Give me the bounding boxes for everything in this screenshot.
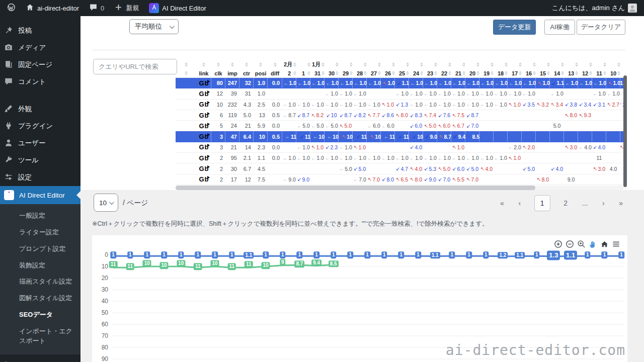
date-column-header[interactable]: 11 [592,69,606,77]
ai-run-button[interactable]: AI稼働 [544,20,575,35]
month-header-cell[interactable] [325,60,339,69]
date-column-header[interactable]: 18 [494,69,508,77]
month-header-cell[interactable] [437,60,451,69]
month-header-cell[interactable] [536,60,550,69]
search-input[interactable] [93,59,177,74]
month-header-cell[interactable]: 1月 [310,60,325,69]
table-row[interactable]: Gb102324.32.50.0←1.0←1.0←1.0←1.0←1.0←1.0… [176,100,624,110]
sidebar-item-2[interactable]: 固定ページ [0,56,80,73]
page-button-2[interactable]: 2 [562,199,569,207]
table-row[interactable]: Gb1239311.0←1.0←1.0←1.0←1.0←1.0←1.0←1.0←… [176,88,624,99]
date-column-header[interactable]: 30 [325,69,339,77]
sidebar-item-3[interactable]: コメント [0,73,80,90]
date-column-header[interactable]: 22 [437,69,451,77]
chart-home-icon[interactable] [600,240,609,248]
admin-bar-account[interactable]: こんにちは、admin さん [552,4,637,13]
table-row[interactable]: Gb321142.30.0←1.0↖1.0↙2.3←1.0↖1.0↙4.0↖1.… [176,142,624,153]
month-header-cell[interactable] [395,60,409,69]
date-column-header[interactable]: 14 [550,69,564,77]
submenu-item-5[interactable]: 図解スタイル設定 [0,290,80,307]
date-column-header[interactable]: 20 [465,69,479,77]
sidebar-item-5[interactable]: プラグイン [0,118,80,135]
sidebar-item-0[interactable]: 投稿 [0,22,80,39]
month-header-cell[interactable] [479,60,494,69]
column-sort-diff[interactable] [268,60,282,69]
wordpress-logo-icon[interactable] [7,3,16,13]
month-header-cell[interactable] [381,60,395,69]
data-clear-button[interactable]: データクリア [577,20,625,35]
column-header-imp[interactable]: imp [225,69,239,77]
row-sort-header[interactable] [176,69,196,77]
month-header-cell[interactable] [592,60,606,69]
page-button-«[interactable]: « [499,199,505,207]
admin-bar-app-menu[interactable]: AI Direct Editor [149,3,206,13]
month-header-cell[interactable] [367,60,381,69]
submenu-item-7[interactable]: インポート・エクスポート [0,323,80,349]
chart-magnifier-icon[interactable] [577,240,586,248]
month-header-cell[interactable] [508,60,522,69]
row-sort-header[interactable] [176,60,196,69]
date-column-header[interactable]: 19 [479,69,494,77]
date-column-header[interactable]: 26 [381,69,395,77]
table-row[interactable]: Gb2952.11.10.0←1.0←1.0←1.0←1.0←1.0←1.0←1… [176,153,624,163]
submenu-item-6[interactable]: SEOデータ [0,307,80,323]
month-header-cell[interactable] [465,60,479,69]
column-sort-imp[interactable] [225,60,239,69]
link-cell[interactable]: Gb [196,112,211,119]
sidebar-item-6[interactable]: ユーザー [0,135,80,152]
column-header-ctr[interactable]: ctr [239,69,254,77]
chart-zoom-in-icon[interactable] [554,240,562,248]
date-column-header[interactable]: 13 [564,69,578,77]
month-header-cell[interactable] [578,60,592,69]
submenu-item-1[interactable]: ライター設定 [0,224,80,241]
table-row[interactable]: Gb61195.0130.5←8.7↙8.7↖8.2↙10↙8.7↙8.2↖7.… [176,110,624,121]
page-button-»[interactable]: » [618,199,624,207]
date-column-header[interactable]: 21 [451,69,465,77]
date-column-header[interactable]: 24 [409,69,423,77]
month-header-cell[interactable] [296,60,310,69]
column-header-diff[interactable]: diff [268,69,282,77]
date-column-header[interactable]: 16 [522,69,536,77]
page-button-...[interactable]: ... [581,199,589,207]
date-column-header[interactable]: 15 [536,69,550,77]
month-header-cell[interactable]: 2月 [282,60,296,69]
link-cell[interactable]: Gb [196,131,211,141]
month-header-cell[interactable] [522,60,536,69]
table-row[interactable]: Gb524215.90.0←5.0←5.0←5.0↖5.0←6.0←6.0↙6.… [176,121,624,131]
date-column-header[interactable]: 28 [353,69,367,77]
date-column-header[interactable]: 10 [606,69,620,77]
sidebar-item-8[interactable]: 設定 [0,169,80,186]
month-header-cell[interactable] [451,60,465,69]
column-header-clk[interactable]: clk [211,69,225,77]
month-header-cell[interactable] [494,60,508,69]
date-column-header[interactable]: 12 [578,69,592,77]
date-column-header[interactable]: 23 [423,69,437,77]
table-row[interactable]: Gb80247321.00.0←1.0←1.0←1.0←1.0←1.0←1.0←… [176,78,624,88]
link-cell[interactable]: Gb [196,90,211,98]
link-cell[interactable]: Gb [196,143,211,151]
month-header-cell[interactable] [606,60,620,69]
column-sort-clk[interactable] [211,60,225,69]
month-header-cell[interactable] [409,60,423,69]
per-page-select[interactable]: 10 [94,194,118,212]
chart-pan-hand-icon[interactable] [589,240,597,248]
link-cell[interactable]: Gb [196,165,211,172]
date-column-header[interactable]: 29 [339,69,353,77]
page-button-1[interactable]: 1 [534,195,550,211]
horizontal-scrollbar-thumb[interactable] [176,186,535,190]
admin-bar-comments[interactable]: 0 [89,3,104,13]
sidebar-item-1[interactable]: メディア [0,39,80,56]
sidebar-item-7[interactable]: ツール [0,152,80,169]
data-update-button[interactable]: データ更新 [493,20,536,35]
month-header-cell[interactable] [564,60,578,69]
column-header-link[interactable]: link [196,69,211,77]
submenu-item-3[interactable]: 装飾設定 [0,257,80,274]
link-cell[interactable]: Gb [196,101,211,108]
date-column-header[interactable]: 1 [296,69,310,77]
link-cell[interactable]: Gb [196,122,211,130]
link-cell[interactable]: Gb [196,154,211,162]
site-home-link[interactable]: ai-direct-editor [26,3,79,13]
rank-chart-panel[interactable]: ai-direct-editor.com 0102030405060708090… [92,235,627,362]
chart-zoom-out-icon[interactable] [566,240,574,248]
month-header-cell[interactable] [550,60,564,69]
